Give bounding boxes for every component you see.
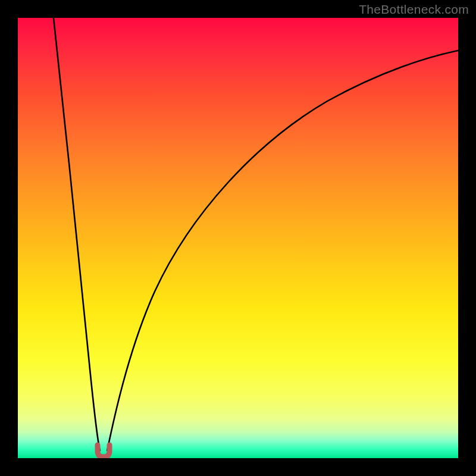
plot-area <box>18 18 458 458</box>
left-branch-curve <box>54 18 100 451</box>
valley-u-marker <box>98 445 109 457</box>
right-branch-curve <box>107 51 458 451</box>
chart-svg <box>18 18 458 458</box>
watermark-text: TheBottleneck.com <box>359 2 469 17</box>
